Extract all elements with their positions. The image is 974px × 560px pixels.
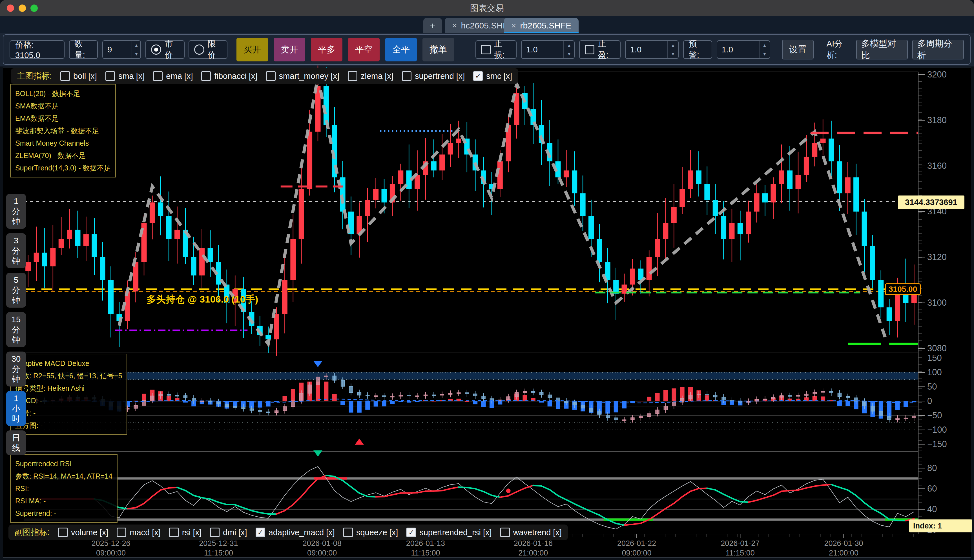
svg-text:2026-01-27: 2026-01-27: [720, 539, 759, 548]
timeframe-button[interactable]: 30 分 钟: [6, 352, 26, 387]
indicator-label: boll [x]: [73, 72, 97, 81]
svg-text:2026-01-30: 2026-01-30: [824, 539, 863, 548]
checkbox-icon[interactable]: [58, 528, 68, 537]
sub-indicator-item[interactable]: rsi [x]: [169, 528, 202, 537]
sub-indicator-item[interactable]: ✓supertrended_rsi [x]: [406, 528, 492, 537]
legend-line: Supertrended RSI: [15, 457, 112, 470]
legend-line: Smart Money Channels: [15, 137, 111, 149]
sub-indicator-item[interactable]: volume [x]: [58, 528, 108, 537]
svg-text:80: 80: [927, 463, 937, 473]
checkbox-icon[interactable]: [169, 528, 178, 537]
checkbox-icon[interactable]: [500, 528, 510, 537]
svg-text:−100: −100: [927, 425, 947, 435]
svg-text:09:00:00: 09:00:00: [307, 549, 337, 557]
sub-indicator-item[interactable]: macd [x]: [117, 528, 161, 537]
checkbox-icon[interactable]: [201, 71, 211, 81]
indicator-label: fibonacci [x]: [214, 72, 257, 81]
checkbox-icon[interactable]: [266, 71, 276, 81]
svg-text:2026-01-08: 2026-01-08: [303, 539, 342, 548]
checkbox-icon[interactable]: [402, 71, 412, 81]
rsi-pane: [24, 467, 918, 529]
svg-text:40: 40: [927, 504, 937, 514]
svg-text:3080: 3080: [927, 343, 947, 353]
indicator-label: dmi [x]: [223, 528, 247, 537]
main-indicator-row: 主图指标: boll [x]sma [x]ema [x]fibonacci [x…: [11, 68, 518, 84]
legend-line: MACD: -: [15, 394, 122, 407]
svg-text:11:15:00: 11:15:00: [726, 549, 755, 557]
checkbox-icon[interactable]: [60, 71, 70, 81]
sub-indicator-item[interactable]: squeeze [x]: [343, 528, 398, 537]
smc-structure-lines: [115, 131, 918, 344]
svg-text:−150: −150: [927, 439, 947, 449]
svg-text:11:15:00: 11:15:00: [204, 549, 233, 557]
legend-line: 信号: -: [15, 407, 122, 419]
svg-text:09:00:00: 09:00:00: [96, 549, 126, 557]
svg-text:50: 50: [927, 382, 937, 392]
svg-text:21:00:00: 21:00:00: [829, 549, 859, 557]
indicator-label: supertrended_rsi [x]: [419, 528, 492, 537]
main-indicator-item[interactable]: zlema [x]: [348, 71, 394, 81]
checkbox-icon[interactable]: [105, 71, 115, 81]
legend-line: ZLEMA(70) - 数据不足: [15, 149, 111, 162]
position-annotation: 多头持仓 @ 3106.0 (10手): [147, 293, 258, 306]
checkbox-icon[interactable]: [348, 71, 357, 81]
legend-line: SuperTrend(14,3.0) - 数据不足: [15, 162, 111, 174]
svg-text:2026-01-13: 2026-01-13: [406, 539, 445, 548]
timeframe-button[interactable]: 15 分 钟: [6, 312, 26, 347]
legend-line: 信号类型: Heiken Ashi: [15, 382, 122, 394]
main-indicator-item[interactable]: supertrend [x]: [402, 71, 465, 81]
timeframe-button-active[interactable]: 1 小 时: [6, 391, 26, 426]
sub-indicator-row: 副图指标: volume [x]macd [x]rsi [x]dmi [x]✓a…: [8, 525, 568, 540]
timeframe-button[interactable]: 1 分 钟: [6, 194, 26, 229]
svg-text:3180: 3180: [927, 115, 947, 125]
indicator-label: rsi [x]: [182, 528, 202, 537]
indicator-label: squeeze [x]: [356, 528, 398, 537]
sub-indicator-item[interactable]: ✓adaptive_macd [x]: [256, 528, 335, 537]
main-indicator-item[interactable]: smart_money [x]: [266, 71, 339, 81]
legend-line: Supertrend: -: [15, 507, 112, 520]
checkbox-icon[interactable]: [210, 528, 220, 537]
checkbox-icon[interactable]: [343, 528, 353, 537]
timeframe-button[interactable]: 3 分 钟: [6, 233, 26, 268]
timeframe-button[interactable]: 5 分 钟: [6, 273, 26, 308]
indicator-label: macd [x]: [130, 528, 161, 537]
checkbox-icon[interactable]: ✓: [256, 528, 265, 537]
indicator-label: zlema [x]: [361, 72, 394, 81]
svg-text:3120: 3120: [927, 252, 947, 262]
main-indicator-title: 主图指标:: [17, 70, 52, 82]
checkbox-icon[interactable]: ✓: [406, 528, 416, 537]
checkbox-icon[interactable]: [117, 528, 126, 537]
main-indicator-item[interactable]: fibonacci [x]: [201, 71, 257, 81]
svg-text:21:00:00: 21:00:00: [518, 549, 548, 557]
legend-line: EMA数据不足: [15, 112, 111, 125]
main-indicator-item[interactable]: ema [x]: [153, 71, 193, 81]
current-price-tag: 3144.3373691: [898, 195, 964, 209]
legend-line: SMA数据不足: [15, 100, 111, 112]
svg-text:3200: 3200: [927, 70, 947, 80]
svg-text:150: 150: [927, 353, 942, 363]
svg-text:2025-12-31: 2025-12-31: [199, 539, 238, 548]
timeframe-sidebar: 1 分 钟3 分 钟5 分 钟15 分 钟30 分 钟1 小 时日 线: [6, 194, 26, 455]
svg-text:2026-01-16: 2026-01-16: [514, 539, 553, 548]
checkbox-icon[interactable]: [153, 71, 163, 81]
svg-text:09:00:00: 09:00:00: [622, 549, 652, 557]
checkbox-icon[interactable]: ✓: [473, 71, 483, 81]
legend-line: 参数: RSI=14, MA=14, ATR=14: [15, 470, 112, 482]
main-chart-legend: BOLL(20) - 数据不足SMA数据不足EMA数据不足斐波那契入场带 - 数…: [10, 84, 116, 177]
rsi-legend: Supertrended RSI参数: RSI=14, MA=14, ATR=1…: [10, 454, 118, 523]
main-indicator-item[interactable]: boll [x]: [60, 71, 97, 81]
timeframe-button[interactable]: 日 线: [6, 430, 26, 455]
level-price-tag: 3105.00: [885, 283, 921, 295]
trading-chart[interactable]: 3200318031603140312031003080150100500−50…: [0, 0, 974, 560]
svg-text:2026-01-22: 2026-01-22: [617, 539, 656, 548]
legend-line: BOLL(20) - 数据不足: [15, 87, 111, 100]
sub-indicator-title: 副图指标:: [15, 527, 50, 538]
main-indicator-item[interactable]: sma [x]: [105, 71, 145, 81]
sub-indicator-item[interactable]: wavetrend [x]: [500, 528, 562, 537]
main-indicator-item[interactable]: ✓smc [x]: [473, 71, 512, 81]
sub-indicator-item[interactable]: dmi [x]: [210, 528, 247, 537]
svg-text:11:15:00: 11:15:00: [411, 549, 440, 557]
svg-text:60: 60: [927, 484, 937, 493]
macd-legend: Adaptive MACD Deluxe参数: R2=55, 快=6, 慢=13…: [10, 354, 127, 435]
svg-text:3100: 3100: [927, 298, 947, 308]
